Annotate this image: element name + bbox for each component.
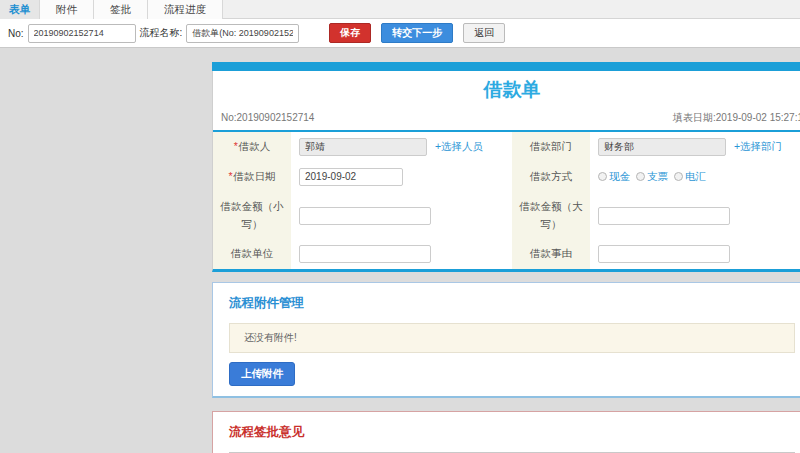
required-mark: * [234,140,238,152]
department-input[interactable] [598,138,726,156]
no-attachments-message: 还没有附件! [229,323,795,353]
radio-cash-label: 现金 [609,170,630,184]
tab-form[interactable]: 表单 [0,0,40,19]
borrow-unit-label-cell: 借款单位 [213,239,291,269]
panel-top-bar [212,62,800,71]
table-row: *借款日期 借款方式 现金 支票 电汇 [213,162,800,192]
borrow-reason-label: 借款事由 [530,247,572,259]
borrow-date-field-cell [291,162,512,192]
table-row: *借款人 +选择人员 借款部门 +选择部门 [213,132,800,162]
tab-process-progress[interactable]: 流程进度 [148,0,223,19]
amount-lower-field-cell [291,192,512,240]
borrow-unit-label: 借款单位 [231,247,273,259]
pay-method-label-cell: 借款方式 [512,162,590,192]
process-name-label: 流程名称: [140,26,183,40]
back-button[interactable]: 返回 [463,23,505,43]
borrower-input[interactable] [299,138,427,156]
tab-bar: 表单 附件 签批 流程进度 [0,0,800,19]
pay-method-field-cell: 现金 支票 电汇 [590,162,800,192]
borrow-unit-input[interactable] [299,245,431,263]
approval-title: 流程签批意见 [229,424,795,441]
select-person-link[interactable]: +选择人员 [435,140,483,152]
borrow-reason-label-cell: 借款事由 [512,239,590,269]
radio-cheque-label: 支票 [647,170,668,184]
borrow-reason-field-cell [590,239,800,269]
borrower-label: 借款人 [239,140,271,152]
department-field-cell: +选择部门 [590,132,800,162]
loan-form-table: *借款人 +选择人员 借款部门 +选择部门 *借款日期 [213,132,800,269]
approval-panel: 流程签批意见 B I abc [212,411,800,453]
radio-cheque[interactable]: 支票 [636,170,668,184]
borrow-unit-field-cell [291,239,512,269]
amount-upper-input[interactable] [598,207,730,225]
amount-upper-label: 借款金额（大写） [520,200,583,230]
borrow-date-input[interactable] [299,168,403,186]
radio-wire-label: 电汇 [685,170,706,184]
table-row: 借款金额（小写） 借款金额（大写） [213,192,800,240]
forward-next-step-button[interactable]: 转交下一步 [381,23,453,43]
process-name-input[interactable] [186,24,299,43]
form-no-text: No:20190902152714 [221,112,314,123]
amount-lower-label-cell: 借款金额（小写） [213,192,291,240]
amount-upper-label-cell: 借款金额（大写） [512,192,590,240]
main-panel: 借款单 No:20190902152714 填表日期:2019-09-02 15… [212,62,800,453]
loan-form-card: 借款单 No:20190902152714 填表日期:2019-09-02 15… [212,71,800,272]
borrow-date-label-cell: *借款日期 [213,162,291,192]
process-no-input[interactable] [28,24,136,43]
borrower-label-cell: *借款人 [213,132,291,162]
department-label-cell: 借款部门 [512,132,590,162]
amount-upper-field-cell [590,192,800,240]
borrow-reason-input[interactable] [598,245,730,263]
upload-attachment-button[interactable]: 上传附件 [229,362,295,386]
top-toolbar: No: 流程名称: 保存 转交下一步 返回 [0,19,800,48]
select-department-link[interactable]: +选择部门 [734,140,782,152]
attachments-title: 流程附件管理 [229,295,795,312]
save-button[interactable]: 保存 [329,23,371,43]
form-header-row: No:20190902152714 填表日期:2019-09-02 15:27:… [213,105,800,132]
pay-method-radio-group: 现金 支票 电汇 [598,170,800,184]
required-mark: * [228,170,232,182]
radio-circle-icon [636,172,645,181]
borrower-field-cell: +选择人员 [291,132,512,162]
radio-cash[interactable]: 现金 [598,170,630,184]
tab-attachments[interactable]: 附件 [40,0,94,19]
department-label: 借款部门 [530,140,572,152]
radio-wire[interactable]: 电汇 [674,170,706,184]
tab-approval[interactable]: 签批 [94,0,148,19]
pay-method-label: 借款方式 [530,170,572,182]
amount-lower-input[interactable] [299,207,431,225]
no-label: No: [8,28,24,39]
table-row: 借款单位 借款事由 [213,239,800,269]
form-date-text: 填表日期:2019-09-02 15:27:1 [673,111,800,125]
radio-circle-icon [598,172,607,181]
attachments-panel: 流程附件管理 还没有附件! 上传附件 [212,282,800,398]
radio-circle-icon [674,172,683,181]
borrow-date-label: 借款日期 [234,170,276,182]
form-title: 借款单 [213,71,800,105]
amount-lower-label: 借款金额（小写） [221,200,284,230]
